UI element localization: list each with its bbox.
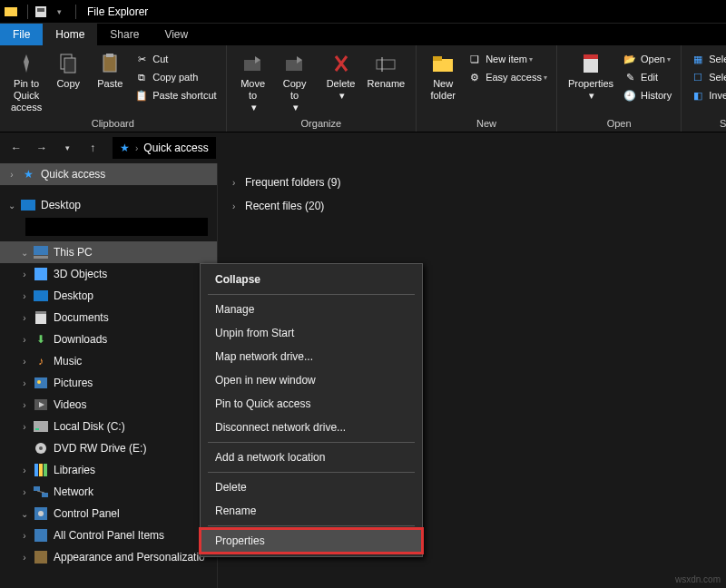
edit-button[interactable]: ✎Edit — [621, 69, 673, 85]
new-folder-icon — [430, 51, 456, 76]
select-none-button[interactable]: ☐Select none — [689, 69, 726, 85]
up-button[interactable]: ↑ — [82, 137, 103, 159]
rename-button[interactable]: Rename — [362, 47, 411, 90]
sidebar-this-pc[interactable]: ⌄This PC — [0, 241, 217, 263]
sidebar-cp-appearance[interactable]: ›Appearance and Personalizatio — [0, 546, 217, 568]
history-button[interactable]: 🕘History — [621, 87, 673, 103]
delete-button[interactable]: Delete▾ — [320, 47, 362, 102]
svg-rect-12 — [433, 56, 442, 61]
easy-access-button[interactable]: ⚙Easy access▾ — [466, 69, 549, 85]
new-item-button[interactable]: ❏New item▾ — [466, 51, 549, 67]
sidebar-music[interactable]: ›♪Music — [0, 350, 217, 372]
svg-rect-37 — [34, 529, 47, 542]
ctx-map-drive[interactable]: Map network drive... — [201, 345, 422, 368]
svg-rect-21 — [35, 311, 46, 314]
open-button[interactable]: 📂Open▾ — [621, 51, 673, 67]
sidebar-documents[interactable]: ›Documents — [0, 307, 217, 328]
svg-rect-5 — [103, 55, 116, 72]
pin-quick-access-button[interactable]: Pin to Quick access — [5, 47, 47, 113]
separator — [208, 294, 415, 295]
address-bar[interactable]: ★ › Quick access — [113, 137, 216, 159]
group-label: Clipboard — [5, 116, 221, 132]
recent-files-group[interactable]: ›Recent files (20) — [225, 194, 726, 218]
paste-icon — [97, 51, 123, 76]
svg-rect-17 — [34, 256, 48, 259]
ctx-unpin[interactable]: Unpin from Start — [201, 321, 422, 345]
disk-icon — [33, 418, 49, 435]
cut-icon: ✂ — [134, 52, 149, 66]
group-label: Open — [563, 116, 675, 132]
ctx-delete[interactable]: Delete — [201, 475, 422, 499]
ctx-properties[interactable]: Properties — [201, 529, 422, 553]
cut-button[interactable]: ✂Cut — [132, 51, 218, 67]
svg-rect-9 — [377, 60, 395, 69]
forward-button[interactable]: → — [31, 137, 53, 159]
sidebar-libraries[interactable]: ›Libraries — [0, 459, 217, 481]
svg-rect-4 — [64, 58, 75, 73]
group-clipboard: Pin to Quick access Copy Paste ✂Cut ⧉Cop… — [0, 45, 227, 132]
quick-access-star-icon: ★ — [120, 142, 130, 154]
documents-icon — [33, 309, 49, 326]
frequent-folders-group[interactable]: ›Frequent folders (9) — [225, 171, 726, 194]
sidebar-downloads[interactable]: ›⬇Downloads — [0, 328, 217, 350]
svg-rect-25 — [34, 421, 48, 432]
desktop-icon — [20, 197, 36, 213]
sidebar-desktop[interactable]: ⌄Desktop — [0, 194, 217, 216]
pictures-icon — [33, 375, 49, 391]
group-open: Properties▾ 📂Open▾ ✎Edit 🕘History Open — [557, 45, 682, 132]
ctx-rename[interactable]: Rename — [201, 499, 422, 523]
sidebar-quick-access[interactable]: ›★Quick access — [0, 163, 217, 185]
tab-home[interactable]: Home — [43, 24, 97, 45]
paste-button[interactable]: Paste — [89, 47, 131, 90]
svg-rect-22 — [34, 377, 47, 388]
sidebar-desktop-sub[interactable]: ›Desktop — [0, 285, 217, 307]
network-icon — [33, 484, 49, 500]
svg-rect-0 — [5, 7, 17, 16]
move-icon — [240, 51, 266, 76]
window-title: File Explorer — [87, 5, 148, 18]
svg-rect-11 — [433, 59, 453, 72]
invert-selection-button[interactable]: ◧Invert selection — [689, 87, 726, 103]
music-icon: ♪ — [33, 353, 49, 369]
sidebar-control-panel[interactable]: ⌄Control Panel — [0, 503, 217, 524]
group-label: New — [422, 116, 551, 132]
cp-items-icon — [33, 527, 49, 544]
star-icon: ★ — [20, 166, 36, 182]
sidebar-cp-all-items[interactable]: ›All Control Panel Items — [0, 524, 217, 546]
properties-button[interactable]: Properties▾ — [563, 47, 619, 102]
tab-share[interactable]: Share — [97, 24, 152, 45]
sidebar-pictures[interactable]: ›Pictures — [0, 372, 217, 394]
tab-view[interactable]: View — [152, 24, 201, 45]
copy-icon — [55, 51, 81, 76]
sidebar-network[interactable]: ›Network — [0, 481, 217, 503]
dropdown-icon[interactable]: ▾ — [52, 5, 66, 19]
back-button[interactable]: ← — [5, 137, 27, 159]
recent-dropdown[interactable]: ▾ — [56, 137, 78, 159]
paste-shortcut-button[interactable]: 📋Paste shortcut — [132, 87, 218, 103]
copy-path-button[interactable]: ⧉Copy path — [132, 69, 218, 85]
separator — [208, 442, 415, 443]
ctx-disconnect[interactable]: Disconnect network drive... — [201, 416, 422, 439]
copy-button[interactable]: Copy — [47, 47, 89, 90]
sidebar-dvd-drive[interactable]: DVD RW Drive (E:) — [0, 437, 217, 459]
chevron-down-icon: ▾ — [589, 90, 594, 102]
ctx-pin-qa[interactable]: Pin to Quick access — [201, 392, 422, 416]
move-to-button[interactable]: Move to▾ — [232, 47, 274, 113]
ctx-manage[interactable]: Manage — [201, 298, 422, 321]
copy-to-button[interactable]: Copy to▾ — [274, 47, 316, 113]
navigation-pane: ›★Quick access ⌄Desktop ⌄This PC ›3D Obj… — [0, 163, 218, 588]
address-text: Quick access — [143, 142, 208, 154]
sidebar-3d-objects[interactable]: ›3D Objects — [0, 263, 217, 285]
tab-file[interactable]: File — [0, 24, 43, 45]
dvd-icon — [33, 440, 49, 456]
ctx-collapse[interactable]: Collapse — [201, 268, 422, 291]
sidebar-local-disk[interactable]: ›Local Disk (C:) — [0, 416, 217, 437]
new-folder-button[interactable]: New folder — [422, 47, 464, 102]
ctx-open-new[interactable]: Open in new window — [201, 368, 422, 392]
select-all-button[interactable]: ▦Select all — [689, 51, 726, 67]
svg-rect-31 — [44, 464, 47, 476]
svg-line-34 — [37, 491, 44, 493]
ctx-add-location[interactable]: Add a network location — [201, 446, 422, 469]
sidebar-videos[interactable]: ›Videos — [0, 394, 217, 416]
save-icon[interactable] — [34, 5, 48, 19]
